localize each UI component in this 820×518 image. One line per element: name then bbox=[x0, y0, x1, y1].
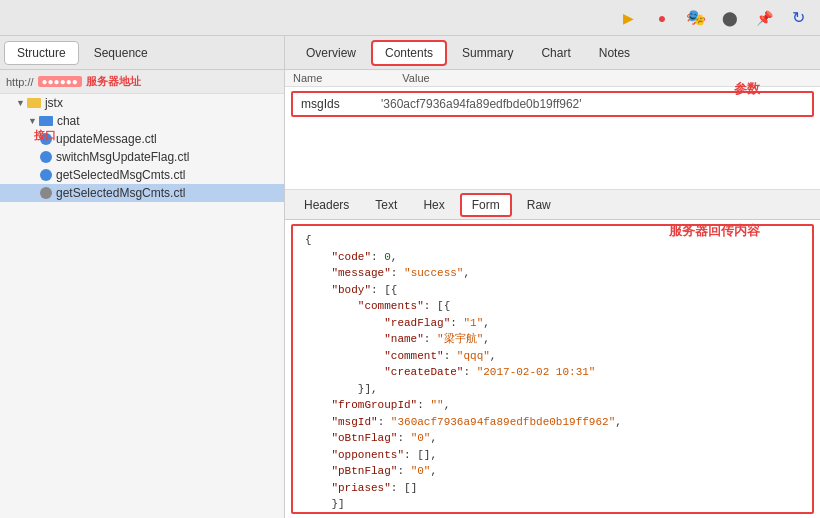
response-content[interactable]: { "code": 0, "message": "success", "body… bbox=[291, 224, 814, 514]
file-icon-3 bbox=[40, 169, 52, 181]
sidebar-item-get-selected-1[interactable]: getSelectedMsgCmts.ctl bbox=[0, 166, 284, 184]
chat-label-text: chat bbox=[57, 114, 80, 128]
camera-icon[interactable]: 🎭 bbox=[682, 4, 710, 32]
url-label: 服务器地址 bbox=[86, 74, 141, 89]
url-hidden-text: ●●●●●● bbox=[38, 76, 82, 87]
sidebar-item-switch-flag[interactable]: switchMsgUpdateFlag.ctl bbox=[0, 148, 284, 166]
file-icon-4 bbox=[40, 187, 52, 199]
tab-overview[interactable]: Overview bbox=[293, 41, 369, 65]
sidebar-item-get-selected-2[interactable]: getSelectedMsgCmts.ctl bbox=[0, 184, 284, 202]
jstx-label: jstx bbox=[45, 96, 63, 110]
resp-tab-headers[interactable]: Headers bbox=[293, 194, 360, 216]
tab-contents[interactable]: Contents bbox=[371, 40, 447, 66]
refresh-icon[interactable]: ↻ bbox=[784, 4, 812, 32]
left-tab-group: Structure Sequence bbox=[0, 36, 285, 69]
param-name: msgIds bbox=[301, 97, 361, 111]
resp-tab-raw[interactable]: Raw bbox=[516, 194, 562, 216]
tab-sequence[interactable]: Sequence bbox=[81, 41, 161, 65]
resp-tab-form[interactable]: Form bbox=[460, 193, 512, 217]
params-area: Name Value msgIds '360acf7936a94fa89edfb… bbox=[285, 70, 820, 190]
tab-notes[interactable]: Notes bbox=[586, 41, 643, 65]
sidebar-item-jstx[interactable]: ▼ jstx bbox=[0, 94, 284, 112]
right-panel: Name Value msgIds '360acf7936a94fa89edfb… bbox=[285, 70, 820, 518]
pointer-icon[interactable]: ▶ bbox=[614, 4, 642, 32]
header-name: Name bbox=[293, 72, 322, 84]
tab-chart[interactable]: Chart bbox=[528, 41, 583, 65]
record-icon[interactable]: ● bbox=[648, 4, 676, 32]
file-label-1: updateMessage.ctl bbox=[56, 132, 157, 146]
response-area: Headers Text Hex Form Raw 服务器回传内容 { "cod… bbox=[285, 190, 820, 518]
resp-tab-text[interactable]: Text bbox=[364, 194, 408, 216]
tab-bar: Structure Sequence Overview Contents Sum… bbox=[0, 36, 820, 70]
tab-summary[interactable]: Summary bbox=[449, 41, 526, 65]
url-protocol: http:// bbox=[6, 76, 34, 88]
pin-icon[interactable]: 📌 bbox=[750, 4, 778, 32]
arrow-down-icon: ▼ bbox=[28, 116, 37, 126]
params-annotation: 参数 bbox=[734, 80, 760, 98]
sidebar: http:// ●●●●●● 服务器地址 ▼ jstx ▼ chat 接口 up… bbox=[0, 70, 285, 518]
main-area: http:// ●●●●●● 服务器地址 ▼ jstx ▼ chat 接口 up… bbox=[0, 70, 820, 518]
folder-icon bbox=[27, 98, 41, 108]
header-value: Value bbox=[402, 72, 429, 84]
file-icon-2 bbox=[40, 151, 52, 163]
sidebar-url-bar: http:// ●●●●●● 服务器地址 bbox=[0, 70, 284, 94]
right-tab-group: Overview Contents Summary Chart Notes bbox=[285, 36, 651, 69]
param-value: '360acf7936a94fa89edfbde0b19ff962' bbox=[381, 97, 582, 111]
file-label-4: getSelectedMsgCmts.ctl bbox=[56, 186, 185, 200]
circle-icon[interactable]: ⬤ bbox=[716, 4, 744, 32]
file-label-3: getSelectedMsgCmts.ctl bbox=[56, 168, 185, 182]
file-label-2: switchMsgUpdateFlag.ctl bbox=[56, 150, 189, 164]
server-return-annotation: 服务器回传内容 bbox=[669, 222, 760, 240]
response-tab-bar: Headers Text Hex Form Raw bbox=[285, 190, 820, 220]
folder-blue-icon bbox=[39, 116, 53, 126]
resp-tab-hex[interactable]: Hex bbox=[412, 194, 455, 216]
response-json: { "code": 0, "message": "success", "body… bbox=[305, 232, 800, 514]
tab-structure[interactable]: Structure bbox=[4, 41, 79, 65]
toolbar: ▶ ● 🎭 ⬤ 📌 ↻ bbox=[0, 0, 820, 36]
chat-annotation: 接口 bbox=[34, 128, 56, 143]
arrow-down-icon: ▼ bbox=[16, 98, 25, 108]
